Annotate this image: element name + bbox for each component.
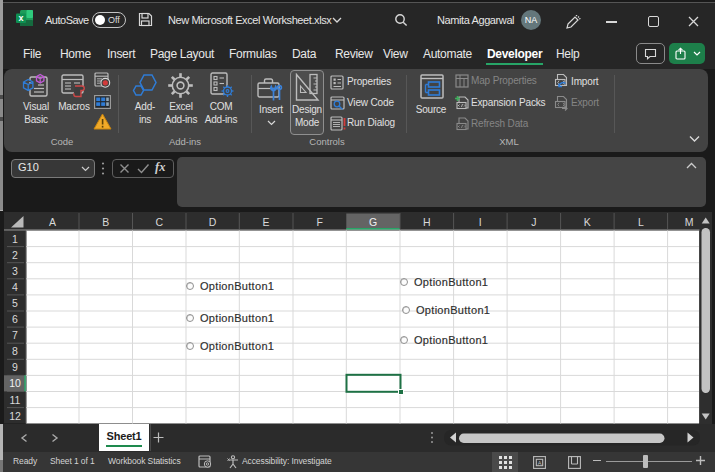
svg-text:7: 7 [12, 329, 18, 341]
svg-text:L: L [638, 216, 644, 228]
svg-text:M: M [685, 216, 694, 228]
svg-text:F: F [316, 216, 322, 228]
svg-text:8: 8 [12, 345, 18, 357]
svg-text:J: J [531, 216, 536, 228]
svg-text:I: I [479, 216, 482, 228]
svg-text:11: 11 [10, 394, 21, 406]
svg-text:D: D [209, 216, 217, 228]
svg-text:H: H [423, 216, 431, 228]
svg-text:E: E [263, 216, 270, 228]
svg-text:1: 1 [12, 233, 18, 245]
svg-text:x: x [18, 13, 23, 23]
svg-text:10: 10 [9, 377, 21, 389]
svg-text:5: 5 [12, 297, 18, 309]
svg-text:G: G [369, 216, 377, 228]
svg-text:C: C [155, 216, 163, 228]
svg-text:B: B [102, 216, 109, 228]
svg-text:A: A [49, 216, 56, 228]
svg-text:12: 12 [9, 410, 21, 422]
svg-text:K: K [584, 216, 591, 228]
svg-text:6: 6 [12, 313, 18, 325]
svg-text:A: A [538, 460, 542, 466]
svg-text:9: 9 [12, 361, 18, 373]
svg-text:4: 4 [12, 281, 18, 293]
svg-text:2: 2 [12, 249, 18, 261]
svg-text:3: 3 [12, 265, 18, 277]
